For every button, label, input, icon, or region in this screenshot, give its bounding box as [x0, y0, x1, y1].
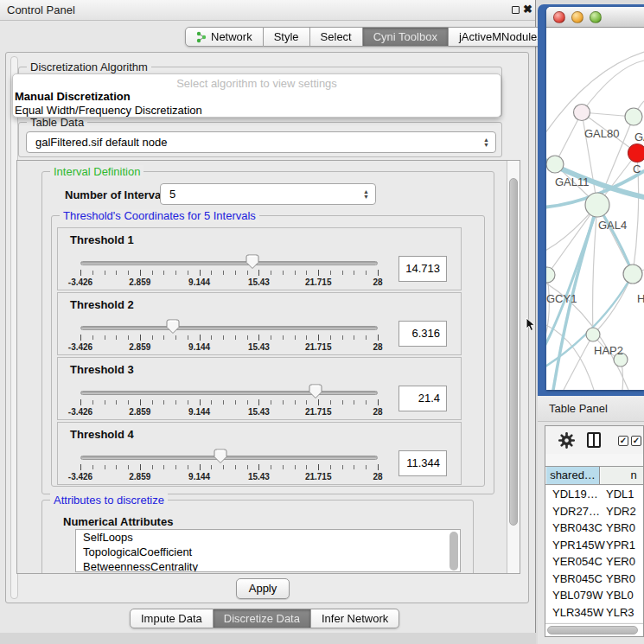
checkbox-checked-icon[interactable]: ✓: [631, 436, 641, 446]
attributes-group-title: Attributes to discretize: [50, 494, 168, 507]
table-row[interactable]: YDR27…YDR2: [546, 503, 644, 520]
scale-label: 15.43: [248, 277, 270, 287]
slider-ticks: [80, 399, 378, 406]
tick-mark: [105, 271, 105, 275]
tab-network[interactable]: Network: [185, 27, 264, 47]
threshold-value-field[interactable]: 21.4: [399, 386, 447, 411]
tab-style[interactable]: Style: [264, 27, 310, 47]
table-toolbar: ✓ ✓: [545, 426, 643, 454]
tick-mark: [235, 465, 236, 469]
column-header-shared[interactable]: shared…: [546, 467, 600, 484]
slider-scale-labels: -3.4262.8599.14415.4321.71528: [80, 342, 378, 353]
slider-thumb[interactable]: [309, 384, 322, 399]
network-node-green[interactable]: [546, 267, 555, 283]
table-row[interactable]: YER054CYER0: [546, 553, 644, 571]
algorithm-option[interactable]: Manual Discretization: [13, 90, 501, 104]
tick-mark: [247, 400, 248, 405]
gear-icon[interactable]: [558, 432, 575, 449]
tick-mark: [163, 400, 164, 405]
float-window-icon[interactable]: [512, 6, 520, 14]
cell-shared-name: YBL079W: [546, 587, 600, 604]
close-traffic-light[interactable]: [553, 11, 565, 23]
slider-thumb[interactable]: [166, 319, 180, 335]
network-node-green[interactable]: [546, 156, 564, 173]
tab-infer-network[interactable]: Infer Network: [311, 609, 399, 628]
slider-thumb[interactable]: [245, 254, 259, 270]
discretization-algorithm-title: Discretization Algorithm: [27, 61, 151, 73]
tick-mark: [330, 465, 331, 469]
network-canvas[interactable]: GAL80GACGAL11GAL4GCY1HHAP2: [546, 28, 644, 390]
table-row[interactable]: YBR045CYBR0: [546, 571, 644, 588]
tab-select[interactable]: Select: [310, 27, 363, 47]
attribute-item[interactable]: TopologicalCoefficient: [76, 545, 460, 559]
numerical-attributes-label: Numerical Attributes: [63, 515, 173, 528]
network-node-green[interactable]: [625, 108, 642, 125]
tick-mark: [175, 335, 176, 340]
network-view-frame: GAL80GACGAL11GAL4GCY1HHAP2: [538, 4, 644, 396]
threshold-slider[interactable]: -3.4262.8599.14415.4321.71528: [80, 380, 378, 420]
algorithm-option[interactable]: Equal Width/Frequency Discretization: [13, 104, 501, 118]
interval-definition-title: Interval Definition: [50, 165, 143, 178]
threshold-value-field[interactable]: 6.316: [399, 321, 447, 347]
tick-mark: [366, 465, 367, 469]
network-node-green[interactable]: [586, 328, 600, 341]
tab-label: Discretize Data: [224, 612, 300, 625]
threshold-value-field[interactable]: 11.344: [399, 450, 447, 476]
table-row[interactable]: YBR043CYBR0: [546, 520, 644, 537]
close-icon[interactable]: ✖: [523, 3, 532, 16]
attribute-item[interactable]: SelfLoops: [76, 530, 460, 545]
horizontal-scrollbar[interactable]: [545, 623, 643, 635]
tick-mark: [330, 400, 331, 405]
tab-impute-data[interactable]: Impute Data: [130, 609, 214, 628]
table-row[interactable]: YBL079WYBL0: [546, 587, 644, 604]
table-row[interactable]: YPR145WYPR1: [546, 537, 644, 554]
threshold-slider[interactable]: -3.4262.8599.14415.4321.71528: [80, 316, 378, 355]
table-row[interactable]: YDL19…YDL1: [546, 486, 644, 503]
threshold-slider[interactable]: -3.4262.8599.14415.4321.71528: [80, 251, 378, 290]
network-node-green[interactable]: [623, 265, 642, 284]
zoom-traffic-light[interactable]: [590, 11, 602, 23]
table-data-combo[interactable]: galFiltered.sif default node ▲▼: [26, 131, 496, 153]
table-panel-titlebar: Table Panel: [538, 396, 644, 422]
number-of-intervals-combo[interactable]: 5 ▲▼: [160, 183, 376, 205]
checkbox-checked-icon[interactable]: ✓: [618, 436, 628, 446]
threshold-slider[interactable]: -3.4262.8599.14415.4321.71528: [80, 445, 378, 485]
screen: Control Panel ✖ NetworkStyleSelectCyni T…: [0, 0, 644, 644]
tick-mark: [80, 399, 81, 405]
table-data-title: Table Data: [27, 116, 87, 129]
apply-button[interactable]: Apply: [236, 578, 290, 599]
threshold-panel: Threshold 2-3.4262.8599.14415.4321.71528…: [57, 292, 462, 355]
tab-discretize-data[interactable]: Discretize Data: [214, 609, 311, 628]
slider-track[interactable]: [80, 326, 378, 330]
scale-label: 28: [373, 472, 382, 481]
scrollbar-thumb[interactable]: [509, 178, 518, 526]
column-split-icon[interactable]: [587, 432, 601, 448]
tick-mark: [200, 464, 201, 470]
slider-track[interactable]: [80, 391, 378, 395]
network-node-green[interactable]: [585, 193, 609, 217]
attributes-scrollbar[interactable]: [450, 532, 458, 571]
table-row[interactable]: YIL052CYIL0: [546, 621, 644, 622]
network-view-window: GAL80GACGAL11GAL4GCY1HHAP2: [546, 7, 644, 390]
tick-mark: [283, 335, 284, 340]
numerical-attributes-list[interactable]: SelfLoopsTopologicalCoefficientBetweenne…: [75, 529, 461, 572]
slider-track[interactable]: [80, 456, 378, 460]
network-node-pink[interactable]: [574, 105, 590, 121]
column-header-name[interactable]: n: [601, 467, 644, 484]
network-node-red[interactable]: [628, 144, 644, 163]
vertical-scrollbar[interactable]: [507, 161, 520, 573]
tick-mark: [200, 270, 201, 276]
settings-scrollpane: Interval Definition Number of Intervals …: [16, 160, 520, 574]
slider-track[interactable]: [80, 261, 378, 265]
algorithm-popup-hint: Select algorithm to view settings: [13, 74, 501, 90]
minimize-traffic-light[interactable]: [571, 11, 583, 23]
tick-mark: [223, 465, 224, 469]
tick-mark: [378, 399, 379, 405]
scrollbar-thumb[interactable]: [547, 626, 638, 634]
attribute-item[interactable]: BetweennessCentrality: [76, 559, 460, 572]
tab-cyni-toolbox[interactable]: Cyni Toolbox: [363, 27, 449, 47]
tick-mark: [92, 271, 93, 275]
slider-thumb[interactable]: [214, 449, 227, 464]
table-row[interactable]: YLR345WYLR3: [546, 604, 644, 622]
threshold-value-field[interactable]: 14.713: [399, 256, 447, 282]
